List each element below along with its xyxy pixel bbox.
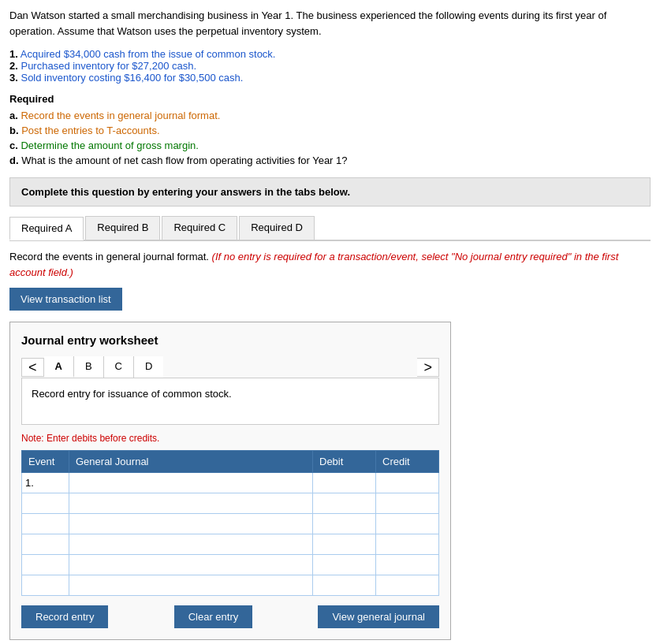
cell-event: 1. [22,473,69,493]
table-row [22,514,439,534]
event-2: 2. Purchased inventory for $27,200 cash. [9,60,651,72]
cell-credit[interactable] [376,534,439,555]
cell-debit[interactable] [313,493,376,514]
event-1: 1. Acquired $34,000 cash from the issue … [9,48,651,60]
note-text: Note: Enter debits before credits. [21,433,439,444]
req-d: d. What is the amount of net cash flow f… [9,154,651,166]
col-credit: Credit [376,451,439,473]
record-entry-button[interactable]: Record entry [21,605,108,628]
worksheet-buttons: Record entry Clear entry View general jo… [21,605,439,628]
tab-required-c[interactable]: Required C [162,216,237,240]
cell-journal[interactable] [69,473,313,493]
problem-intro: Dan Watson started a small merchandising… [9,8,651,39]
table-row [22,575,439,596]
tab-required-b[interactable]: Required B [85,216,160,240]
cell-credit[interactable] [376,555,439,575]
worksheet-nav: < A B C D > [21,356,439,378]
cell-journal[interactable] [69,534,313,555]
view-general-journal-button[interactable]: View general journal [318,605,439,628]
cell-credit[interactable] [376,473,439,493]
col-journal: General Journal [69,451,313,473]
journal-worksheet: Journal entry worksheet < A B C D > Reco… [9,322,451,640]
record-description: Record entry for issuance of common stoc… [21,378,439,425]
nav-prev-button[interactable]: < [21,358,44,377]
tab-required-d[interactable]: Required D [239,216,315,240]
table-row [22,534,439,555]
cell-event [22,493,69,514]
req-c: c. Determine the amount of gross margin. [9,140,651,151]
worksheet-tab-a[interactable]: A [44,356,74,378]
cell-event [22,575,69,596]
cell-debit[interactable] [313,555,376,575]
table-row [22,555,439,575]
complete-instruction: Complete this question by entering your … [9,177,651,207]
cell-journal[interactable] [69,575,313,596]
worksheet-title: Journal entry worksheet [21,333,439,347]
cell-journal[interactable] [69,514,313,534]
cell-event [22,555,69,575]
nav-next-button[interactable]: > [417,358,439,377]
view-transaction-button[interactable]: View transaction list [9,288,122,311]
clear-entry-button[interactable]: Clear entry [174,605,253,628]
cell-debit[interactable] [313,534,376,555]
event-3: 3. Sold inventory costing $16,400 for $3… [9,72,651,84]
cell-debit[interactable] [313,473,376,493]
instruction-text: Record the events in general journal for… [9,249,651,280]
tab-required-a[interactable]: Required A [9,217,84,240]
worksheet-tab-d[interactable]: D [134,356,163,378]
req-a: a. Record the events in general journal … [9,110,651,121]
cell-debit[interactable] [313,575,376,596]
cell-journal[interactable] [69,555,313,575]
table-row: 1. [22,473,439,493]
cell-credit[interactable] [376,514,439,534]
cell-credit[interactable] [376,493,439,514]
cell-journal[interactable] [69,493,313,514]
journal-table: Event General Journal Debit Credit 1. [21,450,439,596]
cell-debit[interactable] [313,514,376,534]
cell-event [22,514,69,534]
worksheet-tab-b[interactable]: B [74,356,104,378]
required-tabs: Required A Required B Required C Require… [9,216,651,241]
col-event: Event [22,451,69,473]
required-label: Required [9,93,651,105]
cell-event [22,534,69,555]
req-b: b. Post the entries to T-accounts. [9,125,651,136]
worksheet-tab-c[interactable]: C [104,356,134,378]
cell-credit[interactable] [376,575,439,596]
col-debit: Debit [313,451,376,473]
table-row [22,493,439,514]
worksheet-nav-tabs: A B C D [44,356,418,378]
